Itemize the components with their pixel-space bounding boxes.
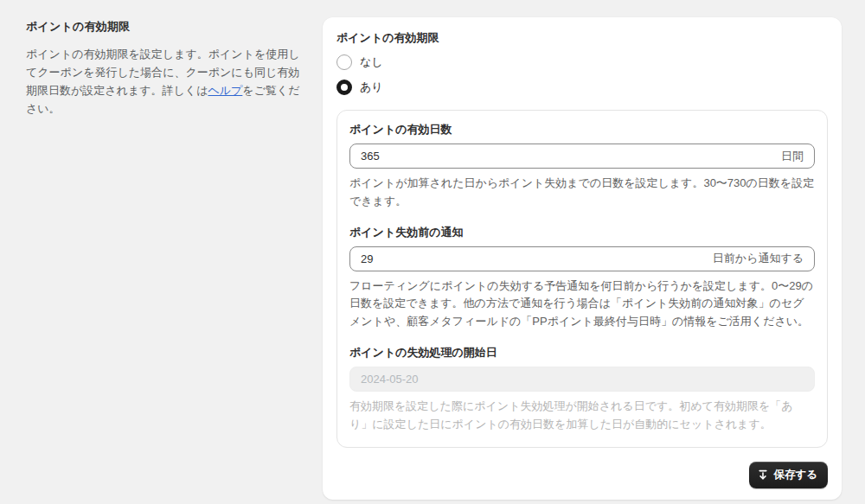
radio-label-none: なし <box>360 54 383 70</box>
expiry-start-date-field: ポイントの失効処理の開始日 有効期限を設定した際にポイント失効処理が開始される日… <box>349 345 815 434</box>
start-date-label: ポイントの失効処理の開始日 <box>349 345 815 360</box>
valid-days-label: ポイントの有効日数 <box>349 122 815 137</box>
section-description-text: ポイントの有効期限を設定します。ポイントを使用してクーポンを発行した場合に、クー… <box>26 45 304 118</box>
radio-unselected-icon[interactable] <box>336 54 352 70</box>
start-date-input <box>361 373 804 386</box>
notify-suffix: 日前から通知する <box>706 251 804 266</box>
start-date-help: 有効期限を設定した際にポイント失効処理が開始される日です。初めて有効期限を「あり… <box>349 398 815 434</box>
notify-input[interactable] <box>361 252 706 265</box>
point-expiration-card: ポイントの有効期限 なし あり ポイントの有効日数 日間 ポイントが加算された日… <box>323 17 842 500</box>
expiration-settings-box: ポイントの有効日数 日間 ポイントが加算された日からポイント失効までの日数を設定… <box>336 110 828 448</box>
radio-label-yes: あり <box>360 80 383 95</box>
notify-label: ポイント失効前の通知 <box>349 225 815 240</box>
valid-days-suffix: 日間 <box>774 149 804 164</box>
notify-before-expiry-field: ポイント失効前の通知 日前から通知する フローティングにポイントの失効する予告通… <box>349 225 815 331</box>
notify-help: フローティングにポイントの失効する予告通知を何日前から行うかを設定します。0〜2… <box>349 278 815 331</box>
section-title: ポイントの有効期限 <box>26 19 304 35</box>
settings-page: ポイントの有効期限 ポイントの有効期限を設定します。ポイントを使用してクーポンを… <box>0 0 865 500</box>
save-button-label: 保存する <box>773 468 817 482</box>
save-down-arrow-icon <box>758 469 768 481</box>
start-date-input-shell <box>349 367 815 392</box>
card-footer: 保存する <box>336 462 828 488</box>
radio-option-yes[interactable]: あり <box>336 80 383 95</box>
valid-days-field: ポイントの有効日数 日間 ポイントが加算された日からポイント失効までの日数を設定… <box>349 122 815 211</box>
valid-days-input-shell[interactable]: 日間 <box>349 144 815 169</box>
card-title: ポイントの有効期限 <box>336 30 828 46</box>
section-description: ポイントの有効期限 ポイントの有効期限を設定します。ポイントを使用してクーポンを… <box>26 17 304 118</box>
valid-days-help: ポイントが加算された日からポイント失効までの日数を設定します。30〜730の日数… <box>349 175 815 211</box>
help-link[interactable]: ヘルプ <box>208 84 242 97</box>
radio-option-none[interactable]: なし <box>336 54 383 70</box>
radio-selected-icon[interactable] <box>336 80 352 95</box>
notify-input-shell[interactable]: 日前から通知する <box>349 246 815 271</box>
save-button[interactable]: 保存する <box>749 462 828 488</box>
valid-days-input[interactable] <box>361 150 774 163</box>
